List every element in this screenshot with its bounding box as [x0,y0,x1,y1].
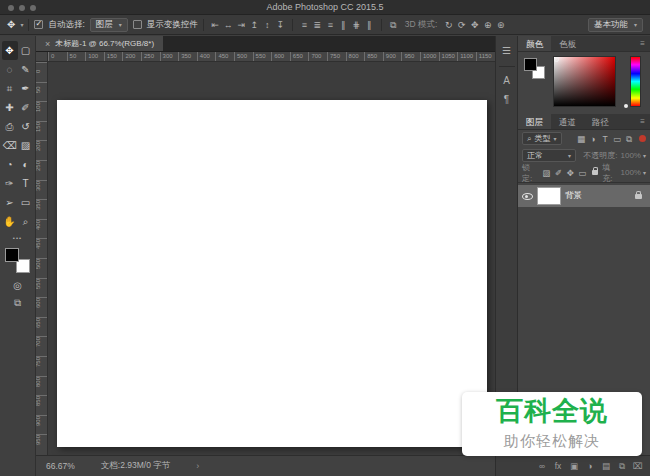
close-tab-icon[interactable]: × [45,39,50,49]
lock-paint-icon[interactable]: ✐ [552,166,564,180]
align-right-edges-icon[interactable]: ⇥ [235,18,248,32]
fill-label: 填充: [602,162,617,184]
path-selection-tool[interactable]: ➢ [2,193,18,212]
tab-通道[interactable]: 通道 [551,114,584,129]
type-tool[interactable]: T [18,174,34,193]
filter-smart-objects-icon[interactable]: ⧉ [623,132,635,146]
document-tab[interactable]: × 未标题-1 @ 66.7%(RGB/8*) [36,36,163,51]
pen-tool[interactable]: ✑ [2,174,18,193]
fill-field[interactable]: 100% ▾ [621,168,646,177]
layer-visibility-eye-icon[interactable] [522,191,533,201]
align-left-edges-icon[interactable]: ⇤ [209,18,222,32]
lock-artboard-icon[interactable]: ▭ [576,166,588,180]
align-horizontal-centers-icon[interactable]: ↔ [222,18,235,32]
hue-marker[interactable] [624,104,628,108]
lasso-tool[interactable]: ◌ [2,60,18,79]
hue-bar[interactable] [630,56,641,107]
zoom-tool[interactable]: ⌕ [18,212,34,231]
gradient-tool[interactable]: ▨ [18,136,34,155]
tab-图层[interactable]: 图层 [518,114,551,129]
3d-scale-icon[interactable]: ⊛ [494,18,507,32]
brush-tool[interactable]: ✐ [18,98,34,117]
crop-tool[interactable]: ⌗ [2,79,18,98]
shape-tool[interactable]: ▭ [18,193,34,212]
clone-stamp-tool[interactable]: ⎙ [2,117,18,136]
tab-颜色[interactable]: 颜色 [518,36,551,51]
character-panel-icon[interactable]: A [498,73,516,88]
delete-layer-icon[interactable]: ⌧ [632,459,644,473]
foreground-color-swatch[interactable] [524,58,537,71]
3d-rotate-icon[interactable]: ↻ [442,18,455,32]
panel-menu-icon[interactable]: ≡ [635,36,650,51]
auto-select-target-dropdown[interactable]: 图层 ▾ [90,18,128,32]
properties-panel-icon[interactable]: ☰ [498,43,516,58]
3d-slide-icon[interactable]: ⊕ [481,18,494,32]
history-brush-tool[interactable]: ↺ [18,117,34,136]
color-picker-marker[interactable] [554,57,559,62]
marquee-tool[interactable]: ▢ [18,41,34,60]
tab-路径[interactable]: 路径 [584,114,617,129]
edit-toolbar-icon[interactable]: ••• [13,235,22,241]
document-canvas[interactable] [57,100,487,447]
show-transform-checkbox[interactable] [133,20,142,29]
workspace-dropdown[interactable]: 基本功能 ▾ [588,18,643,32]
move-tool[interactable]: ✥ [2,41,18,60]
canvas-area[interactable] [48,62,495,455]
status-expand-icon[interactable]: › [196,461,199,471]
close-window-button[interactable] [8,5,14,11]
minimize-window-button[interactable] [19,5,25,11]
tab-色板[interactable]: 色板 [551,36,584,51]
dodge-tool[interactable]: ◐ [18,155,34,174]
lock-position-icon[interactable]: ✥ [564,166,576,180]
zoom-level-field[interactable]: 66.67% [46,461,75,471]
horizontal-ruler[interactable]: 0501001502002503003504004505005506006507… [48,52,495,62]
filter-toggle-light[interactable] [639,135,646,142]
layer-row-background[interactable]: 背景 [518,185,650,207]
layer-style-icon[interactable]: fx [552,459,564,473]
blend-mode-dropdown[interactable]: 正常 ▾ [522,149,576,162]
tool-preset-caret-icon[interactable]: ▾ [20,21,23,28]
filter-type-layers-icon[interactable]: T [599,132,611,146]
hand-tool[interactable]: ✋ [2,212,18,231]
new-layer-icon[interactable]: ⧉ [616,459,628,473]
distribute-vertical-centers-icon[interactable]: ≣ [311,18,324,32]
link-layers-icon[interactable]: ∞ [536,459,548,473]
lock-all-icon[interactable] [592,170,598,175]
layer-thumbnail[interactable] [537,187,561,205]
auto-select-checkbox[interactable] [34,20,43,29]
opacity-field[interactable]: 100% ▾ [621,151,646,160]
filter-adjustment-layers-icon[interactable]: ◑ [587,132,599,146]
distribute-horizontal-centers-icon[interactable]: ⋕ [350,18,363,32]
new-adjustment-layer-icon[interactable]: ◑ [584,459,596,473]
distribute-top-edges-icon[interactable]: ≡ [298,18,311,32]
filter-shape-layers-icon[interactable]: ▭ [611,132,623,146]
vertical-ruler[interactable]: 0501001502002503003504004505005506006507… [36,62,48,455]
panel-menu-icon[interactable]: ≡ [635,114,650,129]
3d-drag-icon[interactable]: ✥ [468,18,481,32]
spot-healing-tool[interactable]: ✚ [2,98,18,117]
eyedropper-tool[interactable]: ✒ [18,79,34,98]
auto-align-layers-icon[interactable]: ⧉ [387,18,400,32]
saturation-brightness-gradient[interactable] [553,56,616,107]
distribute-bottom-edges-icon[interactable]: ≡ [324,18,337,32]
align-vertical-centers-icon[interactable]: ↕ [261,18,274,32]
screen-mode-button[interactable]: ⧉ [14,297,21,309]
layer-filter-dropdown[interactable]: ⌕ 类型 ▾ [522,132,562,145]
align-top-edges-icon[interactable]: ↥ [248,18,261,32]
distribute-left-edges-icon[interactable]: ∥ [337,18,350,32]
lock-transparency-icon[interactable]: ▨ [540,166,552,180]
foreground-color-swatch[interactable] [5,248,19,262]
ruler-corner[interactable] [36,52,48,62]
add-layer-mask-icon[interactable]: ▣ [568,459,580,473]
eraser-tool[interactable]: ⌫ [2,136,18,155]
3d-roll-icon[interactable]: ⟳ [455,18,468,32]
new-group-icon[interactable]: ▤ [600,459,612,473]
blur-tool[interactable]: ◔ [2,155,18,174]
zoom-window-button[interactable] [30,5,36,11]
quick-selection-tool[interactable]: ✎ [18,60,34,79]
paragraph-panel-icon[interactable]: ¶ [498,92,516,107]
filter-pixel-layers-icon[interactable]: ▦ [575,132,587,146]
quick-mask-button[interactable]: ◎ [13,280,22,291]
align-bottom-edges-icon[interactable]: ↧ [274,18,287,32]
distribute-right-edges-icon[interactable]: ∥ [363,18,376,32]
